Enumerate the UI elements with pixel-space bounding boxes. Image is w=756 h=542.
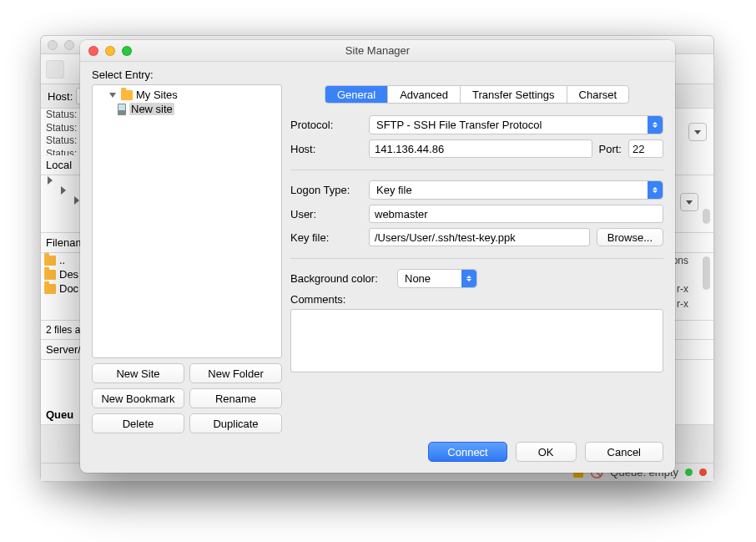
select-carets-icon — [648, 181, 663, 199]
bgcolor-select[interactable]: None — [397, 269, 477, 288]
scrollbar[interactable] — [703, 256, 710, 290]
site-icon — [118, 104, 126, 115]
minimize-icon[interactable] — [105, 46, 115, 56]
ok-button[interactable]: OK — [516, 442, 577, 462]
comments-textarea[interactable] — [290, 309, 663, 372]
dropdown-button[interactable] — [680, 193, 698, 211]
folder-icon — [44, 270, 56, 280]
site-manager-dialog: Site Manager Select Entry: My Sites New … — [80, 40, 675, 473]
toolbar-button[interactable] — [46, 60, 64, 79]
tab-transfer-settings[interactable]: Transfer Settings — [461, 86, 567, 103]
delete-button[interactable]: Delete — [92, 413, 184, 433]
dropdown-button[interactable] — [688, 123, 707, 141]
connect-button[interactable]: Connect — [428, 442, 507, 462]
duplicate-button[interactable]: Duplicate — [189, 413, 282, 433]
close-icon[interactable] — [88, 46, 98, 56]
scrollbar[interactable] — [703, 209, 710, 224]
new-site-button[interactable]: New Site — [92, 363, 184, 383]
status-dot-green-icon — [685, 469, 693, 476]
tree-site[interactable]: New site — [94, 102, 280, 116]
tree-root[interactable]: My Sites — [94, 88, 280, 102]
browse-button[interactable]: Browse... — [597, 228, 663, 246]
host-label: Host: — [48, 90, 73, 103]
port-label: Port: — [599, 143, 622, 155]
rename-button[interactable]: Rename — [189, 388, 282, 408]
tab-charset[interactable]: Charset — [567, 86, 629, 103]
dialog-title: Site Manager — [345, 44, 410, 57]
dialog-titlebar: Site Manager — [80, 40, 675, 62]
protocol-value: SFTP - SSH File Transfer Protocol — [376, 119, 542, 131]
disclosure-icon[interactable] — [74, 196, 79, 205]
keyfile-input[interactable] — [369, 228, 590, 246]
keyfile-label: Key file: — [290, 231, 362, 244]
logon-type-value: Key file — [376, 184, 412, 196]
select-carets-icon — [461, 270, 476, 287]
chevron-down-icon — [694, 130, 701, 134]
zoom-icon[interactable] — [122, 46, 132, 56]
tree-site-label: New site — [129, 103, 174, 115]
comments-label: Comments: — [290, 293, 663, 306]
host-label: Host: — [290, 143, 362, 155]
protocol-label: Protocol: — [290, 119, 362, 131]
tree-root-label: My Sites — [136, 89, 178, 101]
folder-icon — [121, 90, 133, 100]
protocol-select[interactable]: SFTP - SSH File Transfer Protocol — [369, 115, 663, 134]
select-carets-icon — [648, 116, 663, 134]
host-input[interactable] — [369, 139, 592, 158]
site-tree[interactable]: My Sites New site — [92, 84, 282, 358]
permissions: r-x — [677, 283, 688, 295]
logon-type-label: Logon Type: — [290, 184, 362, 196]
bgcolor-value: None — [405, 272, 431, 285]
new-bookmark-button[interactable]: New Bookmark — [92, 388, 184, 408]
tab-advanced[interactable]: Advanced — [388, 86, 461, 103]
logon-type-select[interactable]: Key file — [369, 180, 663, 200]
user-label: User: — [290, 208, 362, 220]
folder-icon — [44, 256, 56, 266]
cancel-button[interactable]: Cancel — [585, 442, 663, 462]
new-folder-button[interactable]: New Folder — [189, 363, 282, 383]
status-dot-red-icon — [699, 469, 707, 476]
disclosure-icon[interactable] — [61, 186, 66, 195]
tabs: General Advanced Transfer Settings Chars… — [325, 85, 629, 104]
folder-icon — [44, 284, 56, 294]
port-input[interactable] — [628, 139, 663, 158]
select-entry-label: Select Entry: — [92, 68, 282, 81]
chevron-down-icon — [686, 200, 693, 205]
disclosure-icon[interactable] — [48, 176, 53, 185]
tab-general[interactable]: General — [325, 86, 388, 103]
user-input[interactable] — [369, 205, 663, 223]
disclosure-triangle-icon[interactable] — [109, 93, 116, 98]
bgcolor-label: Background color: — [290, 272, 391, 285]
permissions: r-x — [677, 298, 688, 310]
